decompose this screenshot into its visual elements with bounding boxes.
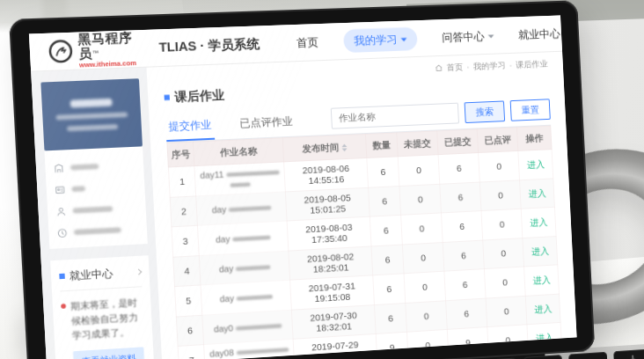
col-header-count: 数量 <box>365 133 398 158</box>
home-icon <box>435 64 443 72</box>
enter-link[interactable]: 进入 <box>532 275 551 285</box>
enter-link[interactable]: 进入 <box>527 159 545 170</box>
app-body: 就业中心 期末将至，是时候检验自己努力学习成果了。 查看就业资料 <box>31 52 576 359</box>
clock-icon <box>57 228 69 238</box>
nav-item-job-center[interactable]: 就业中心 <box>518 26 561 42</box>
blurred-class-info <box>55 112 128 120</box>
assignments-tbody: 1day112019-08-06 14:55:166060进入2day2019-… <box>168 150 567 359</box>
logo-tm: ™ <box>92 48 99 55</box>
bullet-square-icon <box>59 274 65 279</box>
assignments-table: 序号 作业名称 发布时间 数量 未提交 已提交 已点评 操作 <box>166 126 567 359</box>
breadcrumb-separator: · <box>466 62 470 72</box>
sidebar: 就业中心 期末将至，是时候检验自己努力学习成果了。 查看就业资料 <box>31 68 162 359</box>
blurred-class-info <box>67 124 118 131</box>
logo-text: 黑马程序员 <box>77 30 133 61</box>
search-button[interactable]: 搜索 <box>465 100 506 123</box>
blurred-label <box>73 206 113 213</box>
sort-icon[interactable] <box>341 143 347 151</box>
tab-reviewed-homework[interactable]: 已点评作业 <box>237 107 296 138</box>
breadcrumb-separator: · <box>509 61 513 70</box>
user-icon <box>55 206 67 216</box>
blurred-label <box>71 186 85 192</box>
avatar-icon <box>574 26 576 40</box>
laptop-screen: 黑马程序员™ www.itheima.com TLIAS · 学员系统 首页 我… <box>29 16 577 359</box>
main-content: 首页 · 我的学习 · 课后作业 课后作业 <box>146 52 576 359</box>
nav-item-my-learning[interactable]: 我的学习 <box>343 26 418 52</box>
employment-card: 就业中心 期末将至，是时候检验自己努力学习成果了。 查看就业资料 <box>50 255 155 359</box>
breadcrumb-item[interactable]: 我的学习 <box>473 60 506 72</box>
divider <box>560 26 560 41</box>
reset-button[interactable]: 重置 <box>510 99 551 121</box>
id-card-icon <box>55 185 66 195</box>
red-dot-icon <box>61 304 66 309</box>
nav-item-home[interactable]: 首页 <box>296 34 318 49</box>
enter-link[interactable]: 进入 <box>528 188 546 199</box>
col-header-submitted: 已提交 <box>437 129 479 155</box>
col-header-not-submitted: 未提交 <box>397 131 438 157</box>
employment-message-row: 期末将至，是时候检验自己努力学习成果了。 <box>61 295 144 343</box>
profile-menu-item[interactable] <box>56 218 139 244</box>
employment-header[interactable]: 就业中心 <box>59 265 142 292</box>
search-input[interactable] <box>331 103 459 129</box>
blurred-user-name <box>70 99 113 108</box>
assignment-name: day <box>198 221 289 255</box>
photo-scene: 黑马程序员™ www.itheima.com TLIAS · 学员系统 首页 我… <box>0 0 644 359</box>
col-header-action: 操作 <box>517 126 553 151</box>
tlias-app: 黑马程序员™ www.itheima.com TLIAS · 学员系统 首页 我… <box>29 16 577 359</box>
blurred-label <box>70 164 99 171</box>
laptop: 黑马程序员™ www.itheima.com TLIAS · 学员系统 首页 我… <box>9 0 635 359</box>
col-header-no: 序号 <box>167 142 195 167</box>
nav-item-qa-center[interactable]: 问答中心 <box>442 28 494 44</box>
heima-logo-icon <box>48 39 74 64</box>
main-nav: 首页 我的学习 问答中心 就业中心 <box>296 22 560 55</box>
logo-text-block: 黑马程序员™ www.itheima.com <box>77 31 136 69</box>
enter-link[interactable]: 进入 <box>531 245 550 256</box>
view-employment-button[interactable]: 查看就业资料 <box>73 347 145 359</box>
tabs: 提交作业 已点评作业 <box>165 107 296 142</box>
page-title: 课后作业 <box>174 87 225 106</box>
tab-submit-homework[interactable]: 提交作业 <box>165 111 216 142</box>
chevron-down-icon <box>487 34 494 38</box>
enter-link[interactable]: 进入 <box>530 216 548 227</box>
bullet-square-icon <box>165 95 170 100</box>
enter-link[interactable]: 进入 <box>534 304 553 314</box>
laptop-lid: 黑马程序员™ www.itheima.com TLIAS · 学员系统 首页 我… <box>9 0 595 359</box>
profile-menu <box>44 146 147 249</box>
employment-message: 期末将至，是时候检验自己努力学习成果了。 <box>70 295 145 343</box>
divider <box>147 39 148 57</box>
assignment-name: day11 <box>194 162 285 196</box>
col-header-reviewed: 已点评 <box>477 128 518 153</box>
app-title: TLIAS · 学员系统 <box>158 35 260 56</box>
chevron-right-icon <box>135 269 142 275</box>
blurred-label <box>74 227 121 235</box>
user-profile-card <box>40 78 143 150</box>
chevron-down-icon <box>400 38 406 41</box>
assignment-name: day <box>196 192 287 226</box>
building-icon <box>54 163 65 173</box>
employment-title: 就业中心 <box>69 267 113 283</box>
enter-link[interactable]: 进入 <box>536 333 554 344</box>
breadcrumb-item[interactable]: 首页 <box>446 62 463 74</box>
power-key <box>613 348 644 359</box>
breadcrumb-item: 课后作业 <box>516 58 548 70</box>
